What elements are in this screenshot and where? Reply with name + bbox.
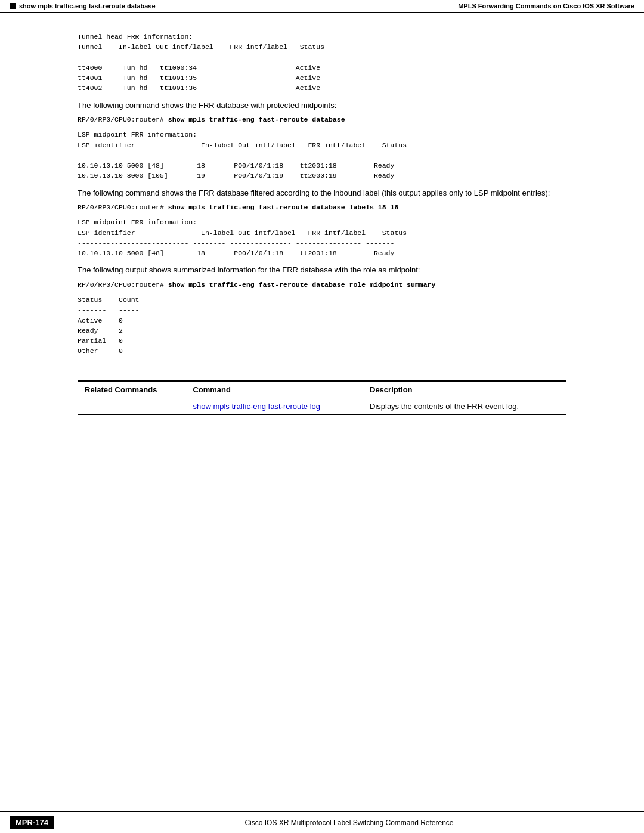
cmd3-bold: show mpls traffic-eng fast-reroute datab… <box>168 281 436 289</box>
cmd1-bold: show mpls traffic-eng fast-reroute datab… <box>168 116 345 123</box>
related-commands-table: Related Commands Command Description sho… <box>78 382 566 414</box>
para-1: The following command shows the FRR data… <box>78 100 566 112</box>
related-commands-row-description: Displays the contents of the FRR event l… <box>363 398 566 414</box>
page-number: MPR-174 <box>10 816 54 829</box>
para-3: The following output shows summarized in… <box>78 264 566 276</box>
main-content: Tunnel head FRR information: Tunnel In-l… <box>0 13 644 439</box>
related-command-link[interactable]: show mpls traffic-eng fast-reroute log <box>193 402 320 411</box>
related-commands-label: Related Commands <box>78 382 185 398</box>
related-commands-header-row: Related Commands Command Description <box>78 382 566 398</box>
command-1: RP/0/RP0/CPU0:router# show mpls traffic-… <box>78 114 566 125</box>
para-2: The following command shows the FRR data… <box>78 187 566 199</box>
page-footer: MPR-174 Cisco IOS XR Multiprotocol Label… <box>0 811 644 833</box>
col-command-header: Command <box>185 382 363 398</box>
header-right-label: MPLS Forwarding Commands on Cisco IOS XR… <box>458 2 634 10</box>
header-square-icon <box>10 3 16 9</box>
summary-block: Status Count ------- ----- Active 0 Read… <box>78 295 566 357</box>
cmd2-bold: show mpls traffic-eng fast-reroute datab… <box>168 203 398 211</box>
tunnel-head-frr-block: Tunnel head FRR information: Tunnel In-l… <box>78 32 566 94</box>
cmd3-prefix: RP/0/RP0/CPU0:router# <box>78 281 168 289</box>
related-commands-section: Related Commands Command Description sho… <box>78 380 566 415</box>
cmd2-prefix: RP/0/RP0/CPU0:router# <box>78 203 168 211</box>
footer-center-text: Cisco IOS XR Multiprotocol Label Switchi… <box>64 819 634 827</box>
header-left: show mpls traffic-eng fast-reroute datab… <box>10 2 156 10</box>
lsp-midpoint-frr-block-1: LSP midpoint FRR information: LSP identi… <box>78 129 566 181</box>
related-commands-row: show mpls traffic-eng fast-reroute logDi… <box>78 398 566 414</box>
lsp-midpoint-frr-block-2: LSP midpoint FRR information: LSP identi… <box>78 217 566 258</box>
related-commands-row-command[interactable]: show mpls traffic-eng fast-reroute log <box>185 398 363 414</box>
command-3: RP/0/RP0/CPU0:router# show mpls traffic-… <box>78 280 566 290</box>
col-description-header: Description <box>363 382 566 398</box>
header-left-label: show mpls traffic-eng fast-reroute datab… <box>19 2 156 10</box>
related-commands-body: show mpls traffic-eng fast-reroute logDi… <box>78 398 566 414</box>
page-header: show mpls traffic-eng fast-reroute datab… <box>0 0 644 13</box>
cmd1-prefix: RP/0/RP0/CPU0:router# <box>78 116 168 123</box>
command-2: RP/0/RP0/CPU0:router# show mpls traffic-… <box>78 202 566 212</box>
related-commands-row-label <box>78 398 185 414</box>
